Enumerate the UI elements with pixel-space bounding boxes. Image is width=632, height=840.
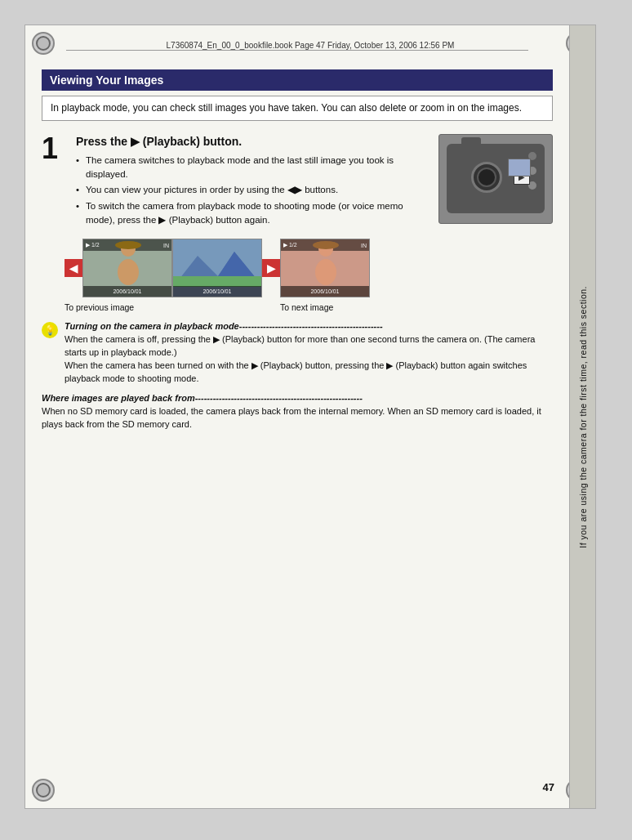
tip-1-line-1: When the camera is off, pressing the ▶ (… xyxy=(65,334,535,357)
step-content: Press the ▶ (Playback) button. The camer… xyxy=(76,134,427,230)
thumbnail-left: ▶ 1/2 IN 2006/10/01 xyxy=(82,239,172,297)
camera-lens-inner xyxy=(477,168,496,187)
right-sidebar: If you are using the camera for the firs… xyxy=(569,25,595,808)
intro-box: In playback mode, you can check still im… xyxy=(42,96,553,121)
sidebar-text: If you are using the camera for the firs… xyxy=(578,286,588,548)
bullet-2: You can view your pictures in order by u… xyxy=(76,183,427,197)
header-line xyxy=(66,50,528,51)
step-title: Press the ▶ (Playback) button. xyxy=(76,134,427,149)
landscape-svg xyxy=(173,239,262,287)
camera-screen xyxy=(508,159,531,176)
person-silhouette-left xyxy=(112,241,145,286)
thumb-center-date: 2006/10/01 xyxy=(173,286,261,297)
next-arrow[interactable]: ▶ xyxy=(262,259,280,277)
tip-2-title: Where images are played back from-------… xyxy=(42,392,553,405)
person-silhouette-right xyxy=(309,241,342,286)
image-labels: To previous image To next image xyxy=(65,302,553,312)
label-prev: To previous image xyxy=(65,302,154,312)
bullet-3: To switch the camera from playback mode … xyxy=(76,199,427,226)
tip-1-text: Turning on the camera in playback mode--… xyxy=(65,320,553,386)
tips-section: 💡 Turning on the camera in playback mode… xyxy=(42,320,553,431)
svg-rect-3 xyxy=(118,242,138,248)
label-next: To next image xyxy=(280,302,370,312)
tip-1-title: Turning on the camera in playback mode--… xyxy=(65,321,383,331)
corner-decoration-tl xyxy=(32,32,55,55)
page-number: 47 xyxy=(543,781,554,793)
step-1-section: 1 Press the ▶ (Playback) button. The cam… xyxy=(42,134,553,230)
step-bullets: The camera switches to playback mode and… xyxy=(76,154,427,226)
tip-2-block: Where images are played back from-------… xyxy=(42,392,553,431)
tip-icon: 💡 xyxy=(42,322,58,338)
tip-1-row: 💡 Turning on the camera in playback mode… xyxy=(42,320,553,386)
svg-point-9 xyxy=(315,259,336,285)
thumbnails-row: ◀ ▶ 1/2 IN 2006/10/01 xyxy=(65,239,553,297)
page: L7360874_En_00_0_bookfile.book Page 47 F… xyxy=(24,25,596,809)
section-title: Viewing Your Images xyxy=(42,69,553,91)
camera-image: ▶ xyxy=(438,134,553,224)
camera-lens xyxy=(471,162,502,193)
step-number: 1 xyxy=(42,134,65,230)
thumb-right-date: 2006/10/01 xyxy=(281,286,369,297)
svg-point-1 xyxy=(118,259,139,285)
intro-text: In playback mode, you can check still im… xyxy=(51,102,522,114)
main-content: Viewing Your Images In playback mode, yo… xyxy=(25,58,569,808)
camera-body: ▶ xyxy=(447,144,545,213)
prev-arrow[interactable]: ◀ xyxy=(65,259,82,277)
thumb-left-date: 2006/10/01 xyxy=(83,286,171,297)
tip-2-line-1: When no SD memory card is loaded, the ca… xyxy=(42,405,553,431)
thumbnail-right: ▶ 1/2 IN 2006/10/01 xyxy=(280,239,370,297)
svg-rect-11 xyxy=(316,242,336,248)
tip-1-line-2: When the camera has been turned on with … xyxy=(65,360,527,383)
thumbnail-center: ▶ 2/2 IN 2006/10/01 xyxy=(172,239,262,297)
bullet-1: The camera switches to playback mode and… xyxy=(76,154,427,181)
file-info: L7360874_En_00_0_bookfile.book Page 47 F… xyxy=(167,41,455,50)
